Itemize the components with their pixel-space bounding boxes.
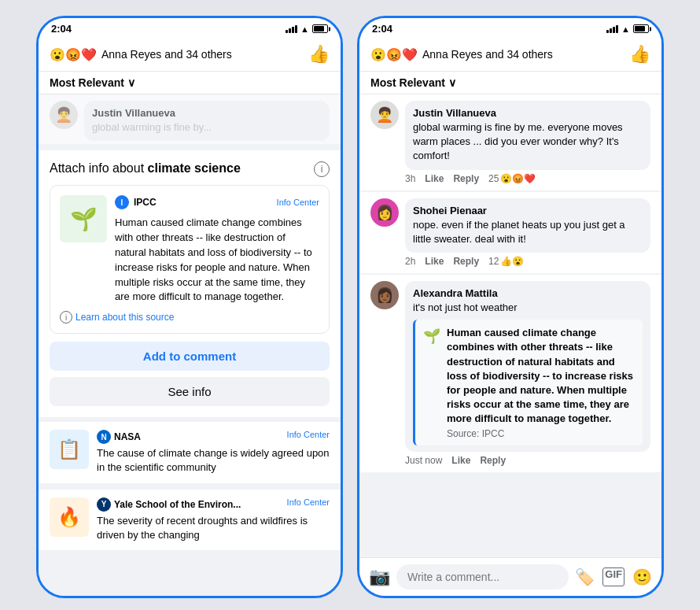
bubble-justin-right: Justin Villanueva global warming is fine… <box>405 101 650 170</box>
quote-card: 🌱 Human caused climate change combines w… <box>413 320 643 445</box>
text-alexandra: it's not just hot weather <box>413 301 643 315</box>
ipcc-info-center: Info Center <box>277 198 319 207</box>
reactions-name-left: Anna Reyes and 34 others <box>101 48 232 61</box>
reactions-justin: 25 😮😡❤️ <box>488 173 536 184</box>
status-bar-left: 2:04 ▲ <box>39 18 341 38</box>
ipcc-card-text: Human caused climate change combines wit… <box>115 216 319 305</box>
status-time-left: 2:04 <box>51 23 72 35</box>
author-shohei: Shohei Pienaar <box>413 205 643 216</box>
reply-alexandra[interactable]: Reply <box>480 455 506 466</box>
nasa-card-text: The cause of climate change is widely ag… <box>97 446 330 475</box>
time-alexandra: Just now <box>405 455 442 466</box>
phone-left: 2:04 ▲ 😮😡❤️ Anna Reyes and 34 others 👍 M… <box>36 16 343 598</box>
sticker-icon[interactable]: 🏷️ <box>575 567 595 586</box>
emoji-icon[interactable]: 🙂 <box>632 567 652 586</box>
ipcc-source-label: IPCC <box>134 197 157 208</box>
quote-text: Human caused climate change combines wit… <box>447 326 635 426</box>
author-justin-left: Justin Villanueva <box>92 107 322 119</box>
comment-alexandra: 👩🏾 Alexandra Mattila it's not just hot w… <box>359 275 661 473</box>
reaction-emojis: 😮😡❤️ <box>50 47 97 62</box>
comment-shohei: 👩 Shohei Pienaar nope. even if the plane… <box>359 192 661 273</box>
scroll-area-right[interactable]: 🧑‍🦱 Justin Villanueva global warming is … <box>359 94 661 557</box>
ipcc-thumbnail: 🌱 <box>60 195 107 242</box>
actions-shohei: 2h Like Reply 12 👍😮 <box>405 256 650 267</box>
like-justin[interactable]: Like <box>425 173 444 184</box>
time-justin: 3h <box>405 173 415 184</box>
quote-content: Human caused climate change combines wit… <box>447 326 635 439</box>
actions-justin: 3h Like Reply 25 😮😡❤️ <box>405 173 650 184</box>
bubble-alexandra: Alexandra Mattila it's not just hot weat… <box>405 281 650 453</box>
thumbs-up-icon-right[interactable]: 👍 <box>629 44 650 65</box>
reaction-emojis-right: 😮😡❤️ <box>370 47 418 62</box>
battery-icon-right <box>633 24 649 33</box>
like-shohei[interactable]: Like <box>425 256 444 267</box>
comment-justin-left: 🧑‍🦱 Justin Villanueva global warming is … <box>39 94 341 144</box>
ipcc-card-header: I IPCC Info Center <box>115 195 319 209</box>
yale-source: Y Yale School of the Environ... <box>97 497 241 512</box>
chevron-down-icon: ∨ <box>127 76 135 89</box>
thumbs-up-icon[interactable]: 👍 <box>308 44 330 65</box>
bubble-shohei: Shohei Pienaar nope. even if the planet … <box>405 198 650 253</box>
reactions-emojis-shohei: 👍😮 <box>500 256 524 267</box>
quote-source: Source: IPCC <box>447 428 635 439</box>
comment-input[interactable] <box>396 564 569 590</box>
ipcc-source: I IPCC <box>115 195 157 209</box>
seedling-icon-quote: 🌱 <box>423 327 440 345</box>
input-action-icons: 🏷️ GIF 🙂 <box>575 567 652 586</box>
info-circle-panel[interactable]: i <box>314 161 330 177</box>
signal-icon <box>286 24 297 33</box>
phone-right: 2:04 ▲ 😮😡❤️ Anna Reyes and 34 others 👍 M… <box>357 16 664 598</box>
yale-card-content: Y Yale School of the Environ... Info Cen… <box>97 497 330 542</box>
most-relevant-label-right: Most Relevant <box>370 76 445 89</box>
learn-source-btn[interactable]: i Learn about this source <box>60 311 319 323</box>
avatar-shohei: 👩 <box>370 198 399 227</box>
chevron-down-icon-right: ∨ <box>448 76 456 89</box>
status-icons-left: ▲ <box>286 24 328 34</box>
gif-icon[interactable]: GIF <box>602 567 624 586</box>
status-time-right: 2:04 <box>372 23 392 35</box>
text-justin-left: global warming is fine by... <box>92 120 322 135</box>
info-panel: Attach info about climate science i 🌱 I … <box>39 150 341 417</box>
reply-shohei[interactable]: Reply <box>453 256 479 267</box>
nasa-thumbnail: 📋 <box>50 430 89 469</box>
bubble-justin-left: Justin Villanueva global warming is fine… <box>84 101 330 141</box>
most-relevant-left[interactable]: Most Relevant ∨ <box>39 72 341 94</box>
reply-justin[interactable]: Reply <box>453 173 479 184</box>
nasa-card-content: N NASA Info Center The cause of climate … <box>97 430 330 475</box>
scroll-area-left[interactable]: 🧑‍🦱 Justin Villanueva global warming is … <box>39 94 341 596</box>
add-to-comment-button[interactable]: Add to comment <box>50 342 330 371</box>
comment-input-bar: 📷 🏷️ GIF 🙂 <box>359 557 661 596</box>
nasa-info-center: Info Center <box>287 430 330 444</box>
camera-icon[interactable]: 📷 <box>369 567 390 587</box>
nasa-logo: N <box>97 430 111 444</box>
yale-source-label: Yale School of the Environ... <box>114 499 241 510</box>
panel-title-normal: Attach info about <box>50 161 148 175</box>
reactions-bar-left: 😮😡❤️ Anna Reyes and 34 others 👍 <box>39 38 341 72</box>
reactions-left: 😮😡❤️ Anna Reyes and 34 others <box>50 47 232 62</box>
panel-title: Attach info about climate science i <box>50 161 330 176</box>
avatar-justin-right: 🧑‍🦱 <box>370 101 399 129</box>
reactions-count-justin: 25 <box>488 173 499 184</box>
nasa-source: N NASA <box>97 430 141 444</box>
reactions-shohei: 12 👍😮 <box>488 256 524 267</box>
status-icons-right: ▲ <box>606 24 649 34</box>
nasa-card: 📋 N NASA Info Center The cause of climat… <box>39 422 341 482</box>
ipcc-card: 🌱 I IPCC Info Center Human caused climat… <box>50 185 330 334</box>
see-info-button[interactable]: See info <box>50 377 330 406</box>
actions-alexandra: Just now Like Reply <box>405 455 650 466</box>
wifi-icon: ▲ <box>300 24 309 34</box>
learn-info-icon: i <box>60 311 72 323</box>
like-alexandra[interactable]: Like <box>451 455 470 466</box>
comment-justin-right: 🧑‍🦱 Justin Villanueva global warming is … <box>359 94 661 190</box>
yale-thumbnail: 🔥 <box>50 497 89 537</box>
learn-source-label: Learn about this source <box>76 312 174 323</box>
reactions-left-right: 😮😡❤️ Anna Reyes and 34 others <box>370 47 553 62</box>
most-relevant-right[interactable]: Most Relevant ∨ <box>359 72 661 94</box>
yale-logo: Y <box>97 497 111 512</box>
yale-card: 🔥 Y Yale School of the Environ... Info C… <box>39 490 341 550</box>
avatar-alexandra: 👩🏾 <box>370 281 399 309</box>
panel-title-bold: climate science <box>148 161 241 175</box>
nasa-card-header: N NASA Info Center <box>97 430 330 444</box>
reactions-count-shohei: 12 <box>488 256 499 267</box>
reactions-bar-right: 😮😡❤️ Anna Reyes and 34 others 👍 <box>359 38 661 72</box>
